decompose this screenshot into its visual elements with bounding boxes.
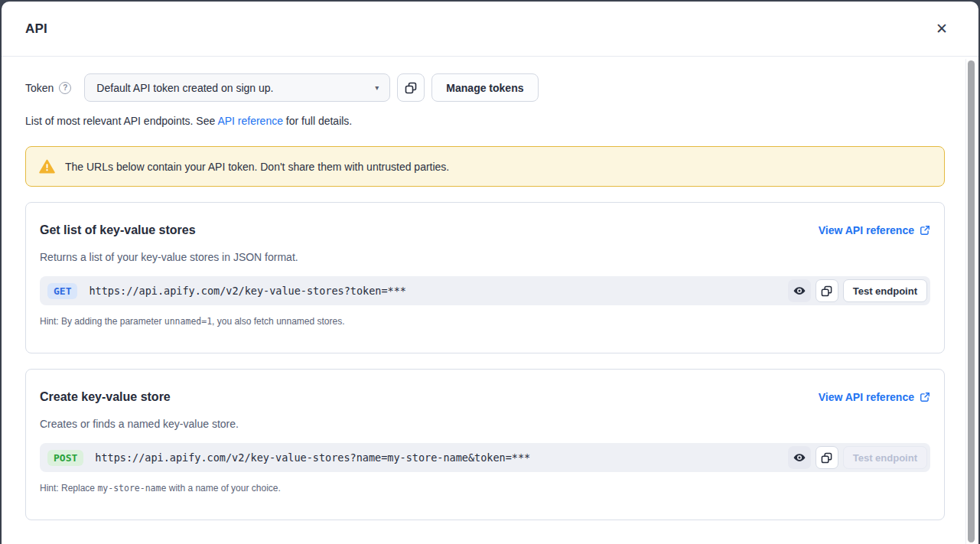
view-api-reference-link[interactable]: View API reference — [819, 391, 930, 403]
warning-banner: The URLs below contain your API token. D… — [25, 146, 945, 187]
close-icon: ✕ — [936, 21, 948, 37]
endpoint-url: https://api.apify.com/v2/key-value-store… — [95, 451, 787, 464]
chevron-down-icon: ▾ — [375, 83, 379, 92]
scrollbar-thumb[interactable] — [968, 60, 975, 542]
scrollbar-track[interactable] — [965, 59, 976, 544]
method-badge: GET — [47, 283, 77, 299]
dialog-title: API — [25, 21, 47, 37]
eye-icon — [793, 451, 806, 464]
token-row: Token ? Default API token created on sig… — [25, 73, 945, 102]
endpoint-url-row: POST https://api.apify.com/v2/key-value-… — [40, 443, 930, 472]
token-select[interactable]: Default API token created on sign up. ▾ — [84, 73, 390, 102]
copy-url-button[interactable] — [816, 446, 838, 469]
test-endpoint-button[interactable]: Test endpoint — [843, 446, 927, 469]
eye-icon — [793, 284, 806, 298]
copy-icon — [821, 285, 832, 297]
endpoint-url: https://api.apify.com/v2/key-value-store… — [89, 285, 787, 297]
manage-tokens-button[interactable]: Manage tokens — [431, 73, 538, 102]
external-link-icon — [920, 392, 930, 402]
external-link-icon — [920, 225, 930, 236]
card-description: Creates or finds a named key-value store… — [40, 418, 930, 430]
token-label: Token — [25, 82, 54, 94]
endpoint-card-create-store: Create key-value store View API referenc… — [25, 369, 945, 520]
dialog-body: Token ? Default API token created on sig… — [2, 57, 978, 544]
dialog-header: API ✕ — [2, 2, 978, 57]
card-description: Returns a list of your key-value stores … — [40, 251, 930, 263]
test-endpoint-button[interactable]: Test endpoint — [843, 279, 927, 302]
card-title: Create key-value store — [40, 390, 171, 404]
intro-text: List of most relevant API endpoints. See… — [25, 115, 945, 127]
warning-icon — [39, 159, 55, 174]
endpoint-hint: Hint: By adding the parameter unnamed=1,… — [40, 316, 930, 327]
token-select-value: Default API token created on sign up. — [96, 82, 273, 94]
view-api-reference-link[interactable]: View API reference — [819, 224, 930, 236]
api-reference-link[interactable]: API reference — [217, 115, 283, 127]
reveal-token-button[interactable] — [788, 446, 811, 469]
card-title: Get list of key-value stores — [40, 223, 196, 237]
endpoint-card-get-list: Get list of key-value stores View API re… — [25, 202, 945, 353]
endpoint-hint: Hint: Replace my-store-name with a name … — [40, 483, 930, 494]
copy-icon — [821, 452, 832, 464]
copy-token-button[interactable] — [397, 73, 425, 102]
api-dialog: API ✕ Token ? Default API token created … — [2, 2, 978, 544]
endpoint-url-row: GET https://api.apify.com/v2/key-value-s… — [40, 276, 930, 305]
close-button[interactable]: ✕ — [933, 18, 951, 39]
help-icon[interactable]: ? — [59, 82, 71, 94]
method-badge: POST — [47, 450, 83, 466]
reveal-token-button[interactable] — [788, 279, 811, 302]
copy-icon — [405, 82, 417, 94]
copy-url-button[interactable] — [816, 279, 838, 302]
warning-text: The URLs below contain your API token. D… — [65, 161, 449, 173]
